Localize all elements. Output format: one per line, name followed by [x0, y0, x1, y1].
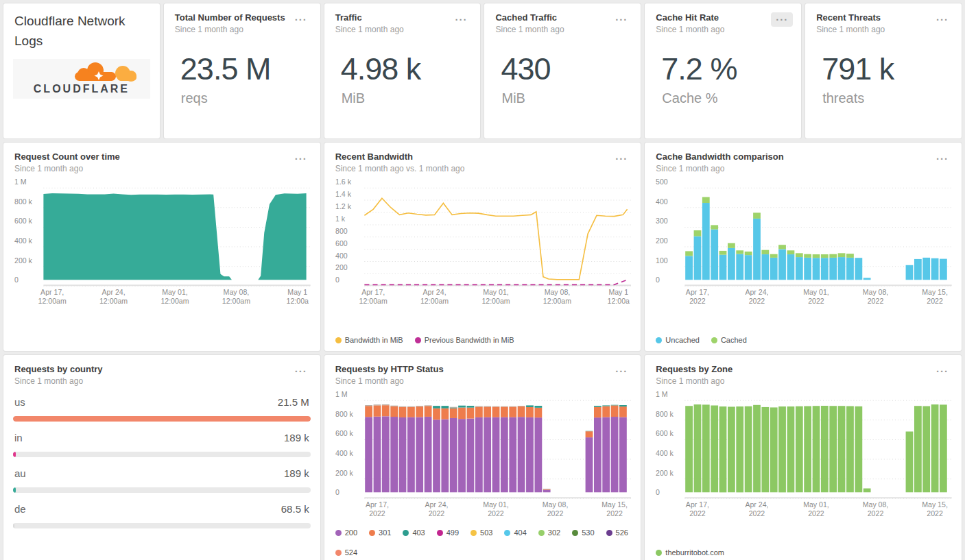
svg-text:0: 0: [656, 276, 660, 284]
svg-text:2022: 2022: [606, 509, 623, 518]
ellipsis-menu-icon[interactable]: ···: [931, 364, 953, 378]
country-bar-track: [13, 416, 311, 422]
country-label: au: [14, 467, 26, 479]
svg-text:May 01,: May 01,: [803, 500, 829, 509]
svg-text:12:00am: 12:00am: [481, 297, 510, 305]
cache-bandwidth-legend: UncachedCached: [645, 336, 962, 351]
panel-title: Requests by Zone: [656, 364, 732, 374]
stat-value: 23.5 M: [180, 51, 320, 87]
legend-item: 404: [504, 528, 526, 537]
legend-dot-icon: [711, 337, 717, 343]
country-label: in: [14, 432, 23, 443]
svg-text:1 k: 1 k: [335, 215, 346, 223]
svg-text:800 k: 800 k: [335, 410, 354, 418]
cloudflare-cloud-icon: [13, 62, 150, 83]
zone-bar-chart: 1 M800 k600 k400 k200 k0Apr 17,2022Apr 2…: [645, 389, 962, 527]
svg-text:800 k: 800 k: [14, 197, 33, 206]
country-value: 189 k: [284, 467, 309, 479]
legend-dot-icon: [572, 530, 578, 536]
svg-text:0: 0: [14, 276, 19, 284]
country-value: 68.5 k: [281, 503, 309, 515]
panel-subtitle: Since 1 month ago: [656, 164, 783, 173]
svg-text:0: 0: [335, 488, 339, 496]
panel-subtitle: Since 1 month ago: [14, 164, 120, 173]
panel-title: Recent Bandwidth: [335, 151, 465, 162]
legend-label: 503: [480, 528, 492, 537]
svg-text:1 M: 1 M: [335, 390, 348, 398]
svg-text:400 k: 400 k: [656, 449, 674, 457]
legend-label: 301: [379, 528, 391, 537]
legend-dot-icon: [470, 530, 477, 536]
svg-text:1 M: 1 M: [14, 178, 27, 186]
legend-dot-icon: [369, 530, 375, 536]
svg-text:Apr 24,: Apr 24,: [746, 500, 769, 509]
http-status-legend: 200301403499503404302530526524: [324, 528, 641, 560]
svg-text:0: 0: [656, 488, 660, 496]
country-row: in189 k: [3, 422, 320, 457]
stat-value: 791 k: [822, 51, 962, 87]
panel-cache-bandwidth: Cache Bandwidth comparison Since 1 month…: [645, 143, 962, 351]
svg-text:400: 400: [335, 252, 348, 260]
svg-text:800: 800: [335, 227, 348, 235]
svg-text:100: 100: [656, 256, 668, 265]
svg-text:Apr 17,: Apr 17,: [361, 288, 385, 296]
panel-subtitle: Since 1 month ago: [656, 376, 732, 386]
stat-title: Recent Threats: [816, 12, 885, 23]
country-list: us21.5 Min189 kau189 kde68.5 k: [3, 386, 320, 533]
legend-dot-icon: [415, 337, 421, 343]
ellipsis-menu-icon[interactable]: ···: [450, 12, 472, 27]
svg-text:2022: 2022: [809, 297, 825, 305]
svg-text:Apr 24,: Apr 24,: [746, 288, 769, 296]
panel-recent-bandwidth: Recent Bandwidth Since 1 month ago vs. 1…: [324, 143, 641, 351]
legend-label: Bandwidth in MiB: [345, 336, 403, 344]
country-bar-track: [13, 487, 311, 493]
ellipsis-menu-icon[interactable]: ···: [931, 12, 953, 27]
stat-unit: reqs: [181, 90, 320, 106]
ellipsis-menu-icon[interactable]: ···: [931, 151, 953, 166]
svg-text:12:00am: 12:00am: [160, 297, 189, 305]
svg-text:1.4 k: 1.4 k: [335, 190, 352, 198]
svg-text:May 1: May 1: [608, 288, 628, 296]
country-label: de: [14, 503, 26, 515]
ellipsis-menu-icon[interactable]: ···: [610, 364, 632, 378]
legend-label: Cached: [721, 336, 747, 344]
cloudflare-logo-text: CLOUDFLARE: [34, 83, 130, 95]
stat-card-recent-threats: Recent Threats Since 1 month ago ··· 791…: [805, 3, 962, 138]
ellipsis-menu-icon[interactable]: ···: [290, 12, 312, 27]
legend-item: 530: [572, 528, 594, 537]
svg-text:2022: 2022: [927, 297, 944, 305]
svg-text:2022: 2022: [689, 509, 706, 518]
svg-text:600 k: 600 k: [335, 429, 354, 437]
svg-text:2022: 2022: [689, 297, 706, 305]
svg-text:200: 200: [656, 236, 668, 245]
svg-text:Apr 17,: Apr 17,: [686, 288, 709, 296]
svg-text:May 08,: May 08,: [224, 288, 250, 296]
svg-text:2022: 2022: [868, 509, 884, 518]
legend-item: 302: [538, 528, 560, 537]
svg-text:200 k: 200 k: [656, 469, 674, 477]
stat-unit: MiB: [501, 90, 641, 106]
ellipsis-menu-icon[interactable]: ···: [771, 12, 793, 27]
svg-text:12:00a: 12:00a: [287, 297, 309, 305]
svg-text:Apr 17,: Apr 17,: [40, 288, 64, 296]
ellipsis-menu-icon[interactable]: ···: [610, 151, 632, 166]
panel-title: Requests by country: [14, 364, 103, 374]
ellipsis-menu-icon[interactable]: ···: [290, 364, 312, 378]
ellipsis-menu-icon[interactable]: ···: [290, 151, 312, 166]
svg-text:Apr 24,: Apr 24,: [422, 288, 446, 296]
svg-text:2022: 2022: [488, 509, 504, 518]
legend-dot-icon: [504, 530, 510, 536]
legend-item: 200: [335, 528, 357, 537]
svg-text:1.6 k: 1.6 k: [335, 178, 352, 186]
country-row: au189 k: [3, 457, 320, 493]
svg-text:200 k: 200 k: [14, 256, 33, 265]
legend-dot-icon: [538, 530, 545, 536]
svg-text:2022: 2022: [868, 297, 884, 305]
svg-text:May 01,: May 01,: [803, 288, 829, 296]
stat-subtitle: Since 1 month ago: [816, 25, 885, 34]
panel-subtitle: Since 1 month ago vs. 1 month ago: [335, 164, 465, 173]
svg-text:12:00am: 12:00am: [420, 297, 449, 305]
ellipsis-menu-icon[interactable]: ···: [610, 12, 632, 27]
legend-label: 403: [412, 528, 425, 537]
svg-text:May 01,: May 01,: [483, 288, 509, 296]
